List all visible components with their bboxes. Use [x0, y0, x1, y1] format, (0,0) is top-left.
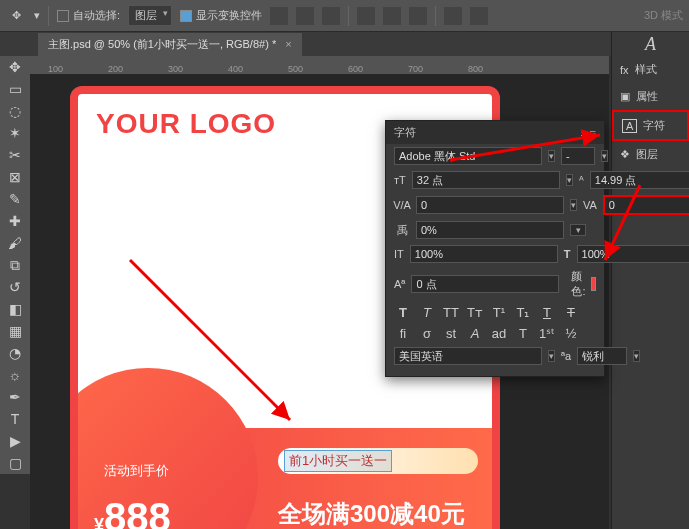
character-panel-button[interactable]: A字符: [612, 110, 689, 141]
right-panels: A fx样式 ▣属性 A字符 ❖图层: [611, 32, 689, 529]
auto-select-checkbox[interactable]: 自动选择:: [57, 8, 120, 23]
character-icon: A: [622, 119, 637, 133]
underline-button[interactable]: T: [538, 305, 556, 320]
eyedropper-tool[interactable]: ✎: [0, 188, 30, 210]
blur-tool[interactable]: ◔: [0, 342, 30, 364]
align-button[interactable]: [322, 7, 340, 25]
superscript-button[interactable]: T¹: [490, 305, 508, 320]
subscript-button[interactable]: T₁: [514, 305, 532, 320]
eraser-tool[interactable]: ◧: [0, 298, 30, 320]
type-tool[interactable]: T: [0, 408, 30, 430]
text-edit-selection[interactable]: 前1小时买一送一: [284, 450, 392, 472]
font-size-input[interactable]: [412, 171, 560, 189]
document-tab[interactable]: 主图.psd @ 50% (前1小时买一送一, RGB/8#) * ×: [38, 33, 302, 56]
rectangle-tool[interactable]: ▢: [0, 452, 30, 474]
show-transform-label: 显示变换控件: [196, 8, 262, 23]
dropdown-icon[interactable]: ▾: [601, 150, 608, 162]
tab-title: 主图.psd @ 50% (前1小时买一送一, RGB/8#) *: [48, 38, 276, 50]
lasso-tool[interactable]: ◌: [0, 100, 30, 122]
tracking-input[interactable]: [603, 195, 689, 215]
path-select-tool[interactable]: ▶: [0, 430, 30, 452]
layers-panel-button[interactable]: ❖图层: [612, 141, 689, 168]
fraction-button[interactable]: ½: [562, 326, 580, 341]
styles-panel-button[interactable]: fx样式: [612, 56, 689, 83]
stylistic-button[interactable]: A: [466, 326, 484, 341]
price-value: ¥888: [94, 495, 171, 529]
history-brush-tool[interactable]: ↺: [0, 276, 30, 298]
ligature-button[interactable]: fi: [394, 326, 412, 341]
footer-banner: 活动到手价 ¥888 前1小时买一送一 全场满300减40元: [78, 428, 492, 529]
leading-input[interactable]: [590, 171, 689, 189]
dropdown-icon[interactable]: ▾: [548, 150, 555, 162]
close-icon[interactable]: ×: [285, 38, 291, 50]
contextual-button[interactable]: σ: [418, 326, 436, 341]
baseline-icon: Aª: [394, 278, 405, 290]
hscale-input[interactable]: [577, 245, 689, 263]
crop-tool[interactable]: ✂: [0, 144, 30, 166]
font-weight-dropdown[interactable]: [561, 147, 595, 165]
kerning-icon: V/A: [394, 199, 410, 211]
marquee-tool[interactable]: ▭: [0, 78, 30, 100]
smallcaps-button[interactable]: Tᴛ: [466, 305, 484, 320]
frame-tool[interactable]: ⊠: [0, 166, 30, 188]
separator: [348, 6, 349, 26]
font-family-dropdown[interactable]: [394, 147, 542, 165]
aa-icon: ªa: [561, 350, 571, 362]
titling-button[interactable]: ad: [490, 326, 508, 341]
swash-button[interactable]: st: [442, 326, 460, 341]
auto-select-label: 自动选择:: [73, 8, 120, 23]
vscale-icon: IT: [394, 248, 404, 260]
type-style-row: T T TT Tᴛ T¹ T₁ T T: [386, 302, 604, 323]
scale-input[interactable]: [416, 221, 564, 239]
dropdown-icon[interactable]: ▾: [570, 224, 586, 236]
vscale-input[interactable]: [410, 245, 558, 263]
options-bar: ✥ ▾ 自动选择: 图层 显示变换控件 3D 模式: [0, 0, 689, 32]
move-tool-icon[interactable]: ✥: [6, 6, 26, 26]
strikethrough-button[interactable]: T: [562, 305, 580, 320]
antialias-dropdown[interactable]: [577, 347, 627, 365]
character-panel: 字符 » ≡ ▾ ▾ тT ▾ ᴬ ▾ V/A ▾ VA ▾ 禹 ▾ IT T …: [385, 120, 605, 377]
allcaps-button[interactable]: TT: [442, 305, 460, 320]
tracking-icon: VA: [583, 199, 597, 211]
slogan-text: 全场满300减40元: [278, 498, 465, 529]
gradient-tool[interactable]: ▦: [0, 320, 30, 342]
panel-menu-icon[interactable]: » ≡: [580, 127, 596, 139]
italic-button[interactable]: T: [418, 305, 436, 320]
language-dropdown[interactable]: [394, 347, 542, 365]
brush-tool[interactable]: 🖌: [0, 232, 30, 254]
show-transform-checkbox[interactable]: 显示变换控件: [180, 8, 262, 23]
dropdown-icon[interactable]: ▾: [633, 350, 640, 362]
align-button[interactable]: [296, 7, 314, 25]
baseline-input[interactable]: [411, 275, 559, 293]
dodge-tool[interactable]: ☼: [0, 364, 30, 386]
fractions-button[interactable]: 1ˢᵗ: [538, 326, 556, 341]
separator: [48, 6, 49, 26]
dropdown-icon[interactable]: ▾: [548, 350, 555, 362]
dropdown-icon[interactable]: ▾: [566, 174, 573, 186]
horizontal-ruler: 100 200 300 400 500 600 700 800: [30, 56, 609, 74]
distribute-button[interactable]: [470, 7, 488, 25]
color-label: 颜色:: [571, 269, 585, 299]
properties-panel-button[interactable]: ▣属性: [612, 83, 689, 110]
move-tool[interactable]: ✥: [0, 56, 30, 78]
distribute-button[interactable]: [444, 7, 462, 25]
quick-select-tool[interactable]: ✶: [0, 122, 30, 144]
kerning-input[interactable]: [416, 196, 564, 214]
align-button[interactable]: [357, 7, 375, 25]
color-swatch[interactable]: [591, 277, 596, 291]
hscale-icon: T: [564, 248, 571, 260]
pen-tool[interactable]: ✒: [0, 386, 30, 408]
align-button[interactable]: [270, 7, 288, 25]
opentype-row: fi σ st A ad T 1ˢᵗ ½: [386, 323, 604, 344]
dropdown-icon[interactable]: ▾: [570, 199, 577, 211]
type-icon[interactable]: A: [612, 32, 689, 56]
bold-button[interactable]: T: [394, 305, 412, 320]
stamp-tool[interactable]: ⧉: [0, 254, 30, 276]
align-button[interactable]: [383, 7, 401, 25]
layer-dropdown[interactable]: 图层: [128, 5, 172, 26]
healing-tool[interactable]: ✚: [0, 210, 30, 232]
panel-header[interactable]: 字符 » ≡: [386, 121, 604, 144]
align-button[interactable]: [409, 7, 427, 25]
panel-title: 字符: [394, 125, 580, 140]
ordinals-button[interactable]: T: [514, 326, 532, 341]
